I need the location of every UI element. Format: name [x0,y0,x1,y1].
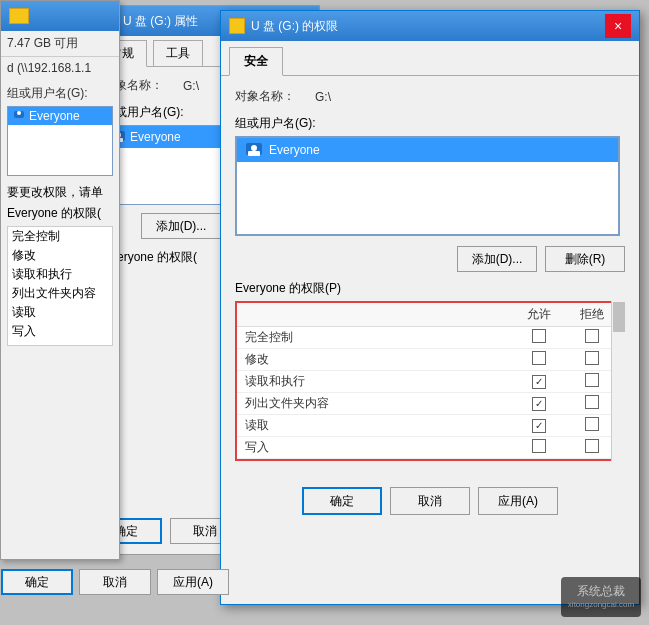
background-window-1: 7.47 GB 可用 d (\\192.168.1.1 组或用户名(G): Ev… [0,0,120,560]
perm-allow-listdir-checkbox[interactable] [532,397,546,411]
bg-add-btn[interactable]: 添加(D)... [141,213,221,239]
dialog-object-label: 对象名称： [235,88,315,105]
dialog-tab-security[interactable]: 安全 [229,47,283,76]
perm-allow-listdir[interactable] [512,393,565,415]
dialog-titlebar: U 盘 (G:) 的权限 × [221,11,639,41]
perm-row-read: 读取 [237,415,618,437]
dialog-close-button[interactable]: × [605,14,631,38]
bg-tab-tools[interactable]: 工具 [153,40,203,66]
bg2-confirm-btn[interactable]: 确定 [1,569,73,595]
dialog-group-section: 组或用户名(G): Everyone [235,115,625,236]
perm-row-modify: 修改 [237,349,618,371]
bg-perm-item-fullcontrol: 完全控制 [8,227,112,246]
perm-allow-read[interactable] [512,415,565,437]
dialog-perm-table: 允许 拒绝 完全控制 修改 [237,303,618,459]
bg-group-label-left: 组或用户名(G): [1,79,119,104]
perm-allow-fullcontrol[interactable] [512,327,565,349]
svg-rect-7 [248,151,260,156]
dialog-body: 对象名称： G:\ 组或用户名(G): Everyone [221,76,639,473]
dialog-perm-label: Everyone 的权限(P) [235,280,625,297]
perm-deny-modify-checkbox[interactable] [585,351,599,365]
bg-user-item-everyone[interactable]: Everyone [8,107,112,125]
watermark: 系统总裁 xitongzongcai.com [561,577,641,617]
user-icon-everyone [245,141,263,159]
perm-deny-write-checkbox[interactable] [585,439,599,453]
watermark-text: 系统总裁 xitongzongcai.com [568,584,634,610]
perm-row-fullcontrol: 完全控制 [237,327,618,349]
perm-scroll-thumb[interactable] [613,302,625,332]
perm-row-write: 写入 [237,437,618,459]
bg-object-value: G:\ [183,79,199,93]
perm-name-readexec: 读取和执行 [237,371,512,393]
dialog-group-label: 组或用户名(G): [235,115,625,132]
bg-note: 要更改权限，请单 [1,178,119,203]
dialog-action-buttons: 添加(D)... 删除(R) [235,246,625,272]
perm-allow-write-checkbox[interactable] [532,439,546,453]
svg-point-1 [17,111,21,115]
perm-col-allow: 允许 [512,303,565,327]
perm-row-readexec: 读取和执行 [237,371,618,393]
perm-deny-listdir-checkbox[interactable] [585,395,599,409]
bg-perm-section-label: Everyone 的权限( [1,203,119,224]
perm-allow-readexec-checkbox[interactable] [532,375,546,389]
bg-perm-list: 完全控制 修改 读取和执行 列出文件夹内容 读取 写入 [7,226,113,346]
bg2-cancel-btn[interactable]: 取消 [79,569,151,595]
perm-col-name [237,303,512,327]
perm-allow-readexec[interactable] [512,371,565,393]
bg-perm-item-read: 读取 [8,303,112,322]
dialog-perm-table-wrapper: 允许 拒绝 完全控制 修改 [235,301,625,461]
dialog-add-button[interactable]: 添加(D)... [457,246,537,272]
bg-perm-item-write: 写入 [8,322,112,341]
bg-perm-item-readexec: 读取和执行 [8,265,112,284]
user-svg [245,141,263,159]
dialog-user-everyone[interactable]: Everyone [237,138,618,162]
perm-allow-modify-checkbox[interactable] [532,351,546,365]
bg-drive-label: 7.47 GB 可用 [1,31,119,57]
bg2-bottom-buttons: 确定 取消 应用(A) [0,569,230,595]
dialog-delete-button[interactable]: 删除(R) [545,246,625,272]
dialog-titlebar-icon [229,18,245,34]
bg-user-listbox[interactable]: Everyone [7,106,113,176]
bg-titlebar-1 [1,1,119,31]
dialog-apply-button[interactable]: 应用(A) [478,487,558,515]
dialog-confirm-button[interactable]: 确定 [302,487,382,515]
perm-allow-write[interactable] [512,437,565,459]
perm-allow-fullcontrol-checkbox[interactable] [532,329,546,343]
bg-perm-item-modify: 修改 [8,246,112,265]
perm-table-header: 允许 拒绝 [237,303,618,327]
dialog-perm-section: Everyone 的权限(P) 允许 拒绝 完全 [235,280,625,461]
bg-perm-item-listdir: 列出文件夹内容 [8,284,112,303]
perm-deny-read-checkbox[interactable] [585,417,599,431]
perm-row-listdir: 列出文件夹内容 [237,393,618,415]
bg-network-path: d (\\192.168.1.1 [1,57,119,79]
dialog-object-row: 对象名称： G:\ [235,88,625,105]
user-icon [12,109,26,123]
dialog-footer: 确定 取消 应用(A) [221,477,639,525]
perm-table-body: 完全控制 修改 读取和执行 [237,327,618,459]
perm-name-fullcontrol: 完全控制 [237,327,512,349]
drive-icon [9,8,29,24]
perm-header-row: 允许 拒绝 [237,303,618,327]
dialog-perm-table-container[interactable]: 允许 拒绝 完全控制 修改 [235,301,620,461]
perm-name-listdir: 列出文件夹内容 [237,393,512,415]
dialog-cancel-button[interactable]: 取消 [390,487,470,515]
perm-deny-fullcontrol-checkbox[interactable] [585,329,599,343]
perm-name-read: 读取 [237,415,512,437]
dialog-user-listbox[interactable]: Everyone [235,136,620,236]
perm-allow-read-checkbox[interactable] [532,419,546,433]
svg-point-6 [251,145,257,151]
perm-deny-readexec-checkbox[interactable] [585,373,599,387]
dialog-object-value: G:\ [315,90,331,104]
dialog-title-text: U 盘 (G:) 的权限 [251,18,338,35]
dialog-user-everyone-label: Everyone [269,143,320,157]
dialog-tabs: 安全 [221,41,639,76]
perm-name-modify: 修改 [237,349,512,371]
bg2-apply-btn[interactable]: 应用(A) [157,569,229,595]
perm-scrollbar[interactable] [611,301,625,461]
perm-name-write: 写入 [237,437,512,459]
perm-allow-modify[interactable] [512,349,565,371]
main-permissions-dialog: U 盘 (G:) 的权限 × 安全 对象名称： G:\ 组或用户名(G): [220,10,640,605]
